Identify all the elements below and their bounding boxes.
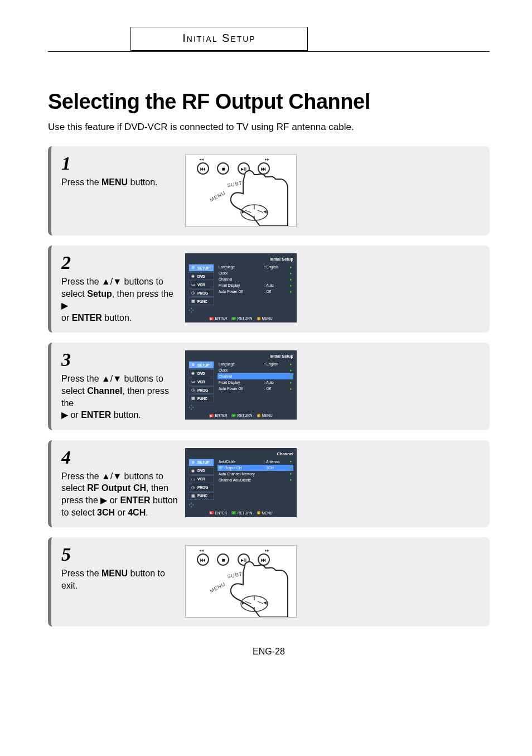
yellow-tag-icon: ≡	[257, 317, 261, 320]
osd-side-prog: ◷PROG	[188, 386, 214, 394]
disc-icon: ◉	[190, 468, 196, 474]
grid-icon: ▦	[190, 396, 196, 401]
chevron-right-icon: ▸	[288, 271, 292, 276]
clock-icon: ◷	[190, 290, 196, 296]
green-tag-icon: ↩	[231, 317, 236, 320]
svg-marker-4	[191, 311, 192, 313]
page-title: Selecting the RF Output Channel	[48, 90, 490, 114]
tape-icon: ▭	[190, 282, 196, 287]
gear-icon: ⚙	[190, 265, 196, 271]
yellow-tag-icon: ≡	[257, 511, 261, 514]
chevron-right-icon: ▸	[288, 381, 292, 385]
osd-menu: Initial Setup ⚙SETUP ◉DVD ▭VCR ◷PROG ▦FU…	[185, 253, 297, 322]
green-tag-icon: ↩	[231, 414, 236, 417]
steps-container: 1 Press the MENU button. ◂◂ ▸▸ ⏮ ■ ▸ıı ⏭…	[48, 146, 490, 627]
page-number: ENG-28	[48, 647, 490, 657]
osd-sidebar: ⚙SETUP ◉DVD ▭VCR ◷PROG ▦FUNC	[188, 361, 214, 410]
osd-title: Initial Setup	[188, 257, 293, 262]
osd-side-vcr: ▭VCR	[188, 378, 214, 386]
osd-main: Language: English▸ Clock▸ Channel▸ Front…	[214, 264, 293, 313]
clock-icon: ◷	[190, 387, 196, 393]
step-number: 2	[61, 253, 180, 272]
osd-row: Clock▸	[217, 367, 293, 373]
remote-illustration: ◂◂ ▸▸ ⏮ ■ ▸ıı ⏭ SUBTITLE MENU	[185, 545, 297, 618]
osd-sidebar: ⚙SETUP ◉DVD ▭VCR ◷PROG ▦FUNC	[188, 264, 214, 313]
osd-row-highlighted: RF Output CH: 3CH▸	[217, 465, 293, 471]
grid-icon: ▦	[190, 298, 196, 304]
osd-side-vcr: ▭VCR	[188, 281, 214, 288]
chevron-right-icon: ▸	[288, 459, 292, 464]
chevron-right-icon: ▸	[288, 283, 292, 288]
tape-icon: ▭	[190, 379, 196, 384]
remote-illustration: ◂◂ ▸▸ ⏮ ■ ▸ıı ⏭ SUBTITLE MENU	[185, 154, 297, 227]
disc-icon: ◉	[190, 273, 196, 279]
chevron-right-icon: ▸	[288, 362, 292, 367]
osd-row: Language: English▸	[217, 264, 293, 270]
chevron-right-icon: ▸	[288, 290, 292, 294]
svg-marker-14	[192, 504, 194, 505]
osd-side-prog: ◷PROG	[188, 484, 214, 492]
svg-marker-8	[191, 408, 192, 410]
osd-side-dvd: ◉DVD	[188, 369, 214, 377]
yellow-tag-icon: ≡	[257, 414, 261, 417]
gear-icon: ⚙	[190, 362, 196, 368]
clock-icon: ◷	[190, 485, 196, 490]
osd-footer: ▶ENTER ↩RETURN ≡MENU	[188, 511, 293, 515]
svg-marker-7	[191, 405, 192, 406]
svg-marker-10	[192, 407, 194, 408]
osd-title: Channel	[188, 451, 293, 456]
prev-icon: ⏮	[197, 162, 209, 175]
step-number: 4	[61, 448, 180, 467]
chevron-right-icon: ▸	[288, 265, 292, 269]
step-4: 4 Press the ▲/▼ buttons to select RF Out…	[48, 440, 490, 527]
osd-row: Ant./Cable: Antenna▸	[217, 459, 293, 465]
osd-side-dvd: ◉DVD	[188, 272, 214, 280]
red-tag-icon: ▶	[209, 414, 214, 417]
osd-row: Auto Power Off: Off▸	[217, 288, 293, 295]
osd-footer: ▶ENTER ↩RETURN ≡MENU	[188, 413, 293, 417]
chevron-right-icon: ▸	[288, 374, 292, 379]
osd-side-vcr: ▭VCR	[188, 475, 214, 483]
osd-side-prog: ◷PROG	[188, 289, 214, 297]
disc-icon: ◉	[190, 370, 196, 376]
chevron-right-icon: ▸	[288, 368, 292, 373]
osd-side-setup: ⚙SETUP	[188, 264, 214, 272]
osd-side-func: ▦FUNC	[188, 394, 214, 402]
step-number: 3	[61, 350, 180, 369]
osd-row: Channel Add/Delete▸	[217, 477, 293, 483]
svg-marker-11	[191, 502, 192, 504]
osd-title: Initial Setup	[188, 354, 293, 359]
osd-side-func: ▦FUNC	[188, 297, 214, 305]
section-header-text: Initial Setup	[182, 32, 255, 44]
chevron-right-icon: ▸	[288, 387, 292, 391]
osd-side-func: ▦FUNC	[188, 492, 214, 500]
svg-marker-9	[188, 407, 190, 408]
intro-text: Use this feature if DVD-VCR is connected…	[48, 122, 490, 133]
hand-icon	[224, 165, 296, 226]
chevron-right-icon: ▸	[288, 478, 292, 482]
section-header-box: Initial Setup	[130, 27, 308, 51]
svg-marker-3	[191, 307, 192, 309]
osd-main: Ant./Cable: Antenna▸ RF Output CH: 3CH▸ …	[214, 459, 293, 508]
osd-row: Channel▸	[217, 276, 293, 282]
chevron-right-icon: ▸	[288, 277, 292, 282]
osd-main: Language: English▸ Clock▸ Channel▸ Front…	[214, 361, 293, 410]
step-text: Press the MENU button.	[61, 176, 180, 189]
osd-row: Language: English▸	[217, 361, 293, 367]
step-5: 5 Press the MENU button to exit. ◂◂ ▸▸ ⏮…	[48, 537, 490, 627]
osd-row-highlighted: Channel▸	[217, 373, 293, 379]
grid-icon: ▦	[190, 493, 196, 499]
osd-sidebar: ⚙SETUP ◉DVD ▭VCR ◷PROG ▦FUNC	[188, 459, 214, 508]
osd-side-dvd: ◉DVD	[188, 467, 214, 475]
step-text: Press the ▲/▼ buttons to select RF Outpu…	[61, 470, 180, 518]
prev-icon: ⏮	[197, 553, 209, 566]
osd-row: Front Display: Auto▸	[217, 282, 293, 288]
step-text: Press the ▲/▼ buttons to select Setup, t…	[61, 276, 180, 324]
move-icon	[188, 405, 194, 410]
chevron-right-icon: ▸	[288, 465, 292, 470]
step-2: 2 Press the ▲/▼ buttons to select Setup,…	[48, 245, 490, 333]
osd-row: Auto Power Off: Off▸	[217, 386, 293, 392]
hand-icon	[224, 556, 296, 617]
osd-menu: Channel ⚙SETUP ◉DVD ▭VCR ◷PROG ▦FUNC Ant…	[185, 448, 297, 517]
red-tag-icon: ▶	[209, 511, 214, 514]
